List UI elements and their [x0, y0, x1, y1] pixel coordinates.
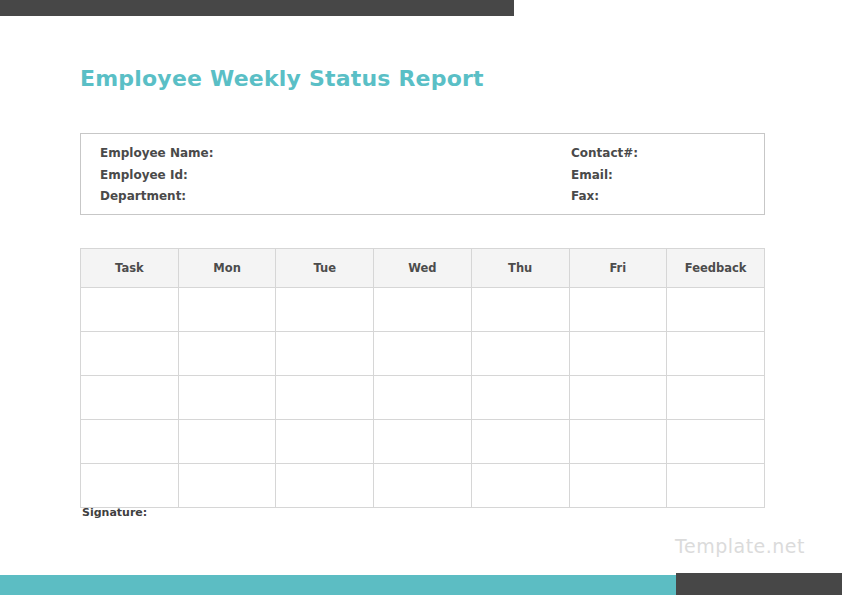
employee-info-box: Employee Name: Employee Id: Department: … — [80, 133, 765, 215]
fax-label: Fax: — [571, 189, 638, 203]
table-cell — [569, 420, 667, 464]
table-cell — [178, 376, 276, 420]
table-row — [81, 420, 765, 464]
column-header-fri: Fri — [569, 249, 667, 288]
table-cell — [374, 420, 472, 464]
table-cell — [471, 288, 569, 332]
watermark-text: Template.net — [675, 535, 805, 557]
column-header-thu: Thu — [471, 249, 569, 288]
table-cell — [178, 332, 276, 376]
table-cell — [276, 332, 374, 376]
table-row — [81, 332, 765, 376]
table-cell — [374, 332, 472, 376]
weekly-status-table: Task Mon Tue Wed Thu Fri Feedback — [80, 248, 765, 508]
table-cell — [178, 420, 276, 464]
table-row — [81, 288, 765, 332]
table-cell — [569, 376, 667, 420]
table-cell — [471, 376, 569, 420]
table-cell — [178, 464, 276, 508]
table-cell — [667, 376, 765, 420]
column-header-wed: Wed — [374, 249, 472, 288]
table-cell — [569, 332, 667, 376]
top-accent-bar — [0, 0, 514, 16]
page-title: Employee Weekly Status Report — [80, 66, 484, 91]
signature-label: Signature: — [82, 506, 147, 519]
table-row — [81, 376, 765, 420]
table-row — [81, 464, 765, 508]
table-header: Task Mon Tue Wed Thu Fri Feedback — [81, 249, 765, 288]
table-cell — [374, 288, 472, 332]
bottom-accent-bar-dark — [676, 573, 842, 595]
employee-name-label: Employee Name: — [100, 146, 214, 160]
column-header-mon: Mon — [178, 249, 276, 288]
table-cell — [276, 464, 374, 508]
table-cell — [667, 464, 765, 508]
bottom-accent-bar-teal — [0, 575, 676, 595]
document-page: Employee Weekly Status Report Employee N… — [0, 0, 842, 595]
table-cell — [471, 464, 569, 508]
table-cell — [667, 420, 765, 464]
column-header-tue: Tue — [276, 249, 374, 288]
table-cell — [569, 288, 667, 332]
table-cell — [667, 288, 765, 332]
info-right-column: Contact#: Email: Fax: — [571, 134, 638, 214]
table-cell — [569, 464, 667, 508]
email-label: Email: — [571, 168, 638, 182]
table-cell — [178, 288, 276, 332]
table-cell — [81, 464, 179, 508]
table-cell — [81, 376, 179, 420]
table-cell — [81, 288, 179, 332]
table-cell — [81, 420, 179, 464]
table-cell — [374, 464, 472, 508]
table-cell — [276, 376, 374, 420]
column-header-task: Task — [81, 249, 179, 288]
table-cell — [81, 332, 179, 376]
column-header-feedback: Feedback — [667, 249, 765, 288]
employee-id-label: Employee Id: — [100, 168, 214, 182]
table-cell — [471, 420, 569, 464]
table-cell — [276, 420, 374, 464]
table-cell — [374, 376, 472, 420]
contact-label: Contact#: — [571, 146, 638, 160]
department-label: Department: — [100, 189, 214, 203]
table-header-row: Task Mon Tue Wed Thu Fri Feedback — [81, 249, 765, 288]
table-cell — [276, 288, 374, 332]
info-left-column: Employee Name: Employee Id: Department: — [100, 134, 214, 214]
table-cell — [667, 332, 765, 376]
table-cell — [471, 332, 569, 376]
table-body — [81, 288, 765, 508]
